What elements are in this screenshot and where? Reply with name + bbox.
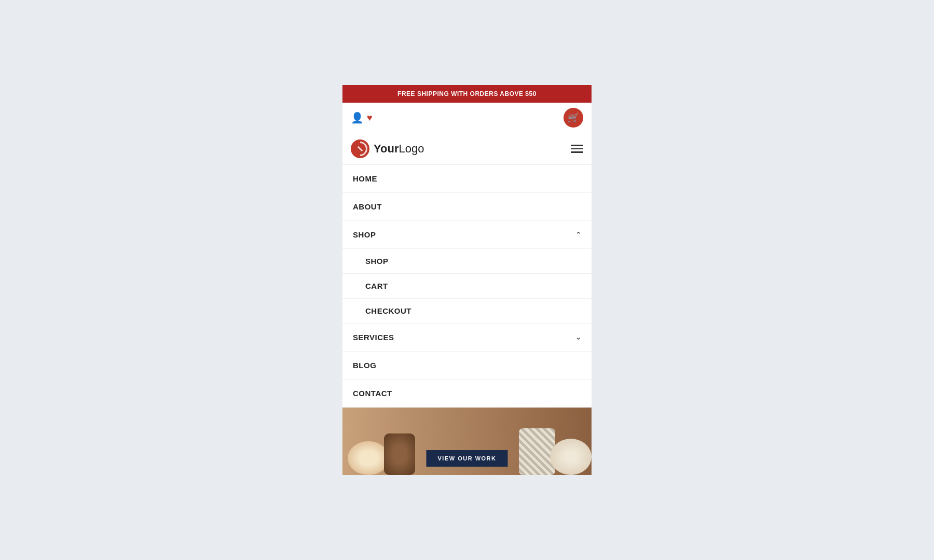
user-icon[interactable]: 👤	[351, 111, 364, 124]
logo-bold: Your	[374, 142, 399, 155]
nav-item-home-label: HOME	[353, 174, 377, 183]
nav-sub-item-cart-label: CART	[365, 282, 388, 290]
nav-item-contact[interactable]: CONTACT	[342, 380, 592, 408]
nav-item-blog-label: BLOG	[353, 361, 376, 370]
nav-item-services[interactable]: SERVICES ⌄	[342, 324, 592, 352]
pillow-3	[519, 428, 555, 475]
logo-icon	[351, 139, 369, 158]
nav-sub-item-checkout[interactable]: CHECKOUT	[342, 299, 592, 324]
cart-button[interactable]: 🛒	[564, 108, 583, 128]
heart-icon[interactable]: ♥	[367, 113, 373, 123]
promo-text: FREE SHIPPING WITH ORDERS ABOVE $50	[397, 90, 537, 97]
nav-item-services-label: SERVICES	[353, 333, 394, 342]
promo-bar: FREE SHIPPING WITH ORDERS ABOVE $50	[342, 85, 592, 103]
hero-cta: VIEW OUR WORK	[427, 450, 508, 467]
nav-item-shop-label: SHOP	[353, 230, 376, 239]
navbar: YourLogo	[342, 133, 592, 165]
hamburger-line-3	[571, 151, 583, 153]
nav-item-about-label: ABOUT	[353, 202, 382, 211]
nav-item-home[interactable]: HOME	[342, 165, 592, 193]
pillow-4	[550, 439, 592, 475]
hero-section: VIEW OUR WORK	[342, 408, 592, 475]
pillow-2	[384, 433, 415, 475]
logo-text: YourLogo	[374, 142, 424, 156]
nav-item-blog[interactable]: BLOG	[342, 352, 592, 380]
header-icons-row: 👤 ♥ 🛒	[342, 103, 592, 133]
hamburger-menu-button[interactable]	[571, 145, 583, 153]
nav-item-about[interactable]: ABOUT	[342, 193, 592, 221]
nav-item-shop[interactable]: SHOP ⌃	[342, 221, 592, 249]
nav-sub-item-shop[interactable]: SHOP	[342, 249, 592, 274]
nav-sub-item-shop-label: SHOP	[365, 257, 389, 265]
view-work-button[interactable]: VIEW OUR WORK	[427, 450, 508, 467]
chevron-down-icon: ⌄	[575, 333, 582, 341]
hamburger-line-2	[571, 148, 583, 150]
nav-sub-item-cart[interactable]: CART	[342, 274, 592, 299]
nav-sub-item-checkout-label: CHECKOUT	[365, 306, 411, 315]
chevron-up-icon: ⌃	[575, 231, 582, 239]
phone-container: FREE SHIPPING WITH ORDERS ABOVE $50 👤 ♥ …	[342, 85, 592, 475]
nav-item-contact-label: CONTACT	[353, 389, 392, 398]
hamburger-line-1	[571, 145, 583, 146]
user-icons-group: 👤 ♥	[351, 111, 373, 124]
nav-menu: HOME ABOUT SHOP ⌃ SHOP CART CHECKOUT SER…	[342, 165, 592, 408]
logo[interactable]: YourLogo	[351, 139, 424, 158]
pillow-1	[348, 441, 389, 475]
